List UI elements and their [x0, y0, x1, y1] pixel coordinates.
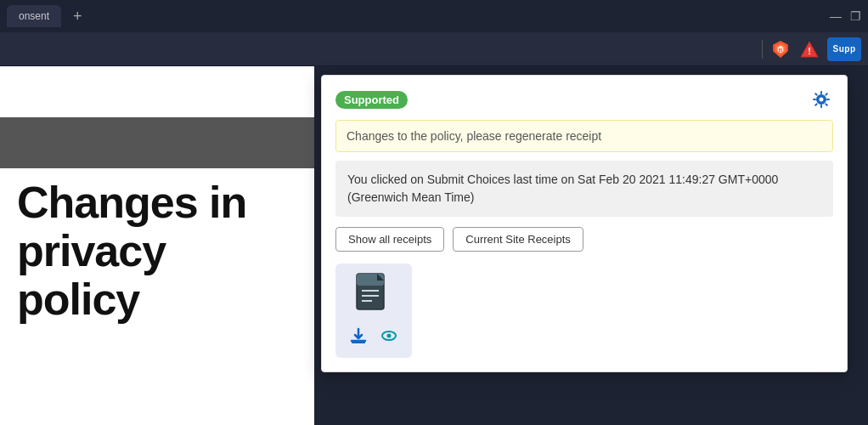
page-heading: Changes inprivacypolicy [17, 178, 246, 325]
tab-label: onsent [19, 10, 49, 22]
notice-box: Changes to the policy, please regenerate… [335, 120, 833, 152]
popup-panel: Supported Changes to the policy, please … [321, 75, 848, 372]
svg-text:B: B [779, 46, 783, 52]
notice-text: Changes to the policy, please regenerate… [347, 129, 601, 143]
support-badge[interactable]: Supp [827, 37, 861, 61]
icon-actions [349, 326, 398, 349]
browser-toolbar: B ! Supp [0, 32, 868, 66]
current-site-receipts-button[interactable]: Current Site Receipts [453, 227, 583, 252]
new-tab-button[interactable]: + [68, 6, 87, 27]
window-controls: — ❐ [830, 9, 861, 23]
browser-tab[interactable]: onsent [7, 5, 61, 27]
eye-icon[interactable] [380, 326, 398, 349]
dark-strip [0, 117, 314, 168]
maximize-button[interactable]: ❐ [850, 9, 861, 23]
receipt-icon-area [335, 264, 412, 358]
info-box: You clicked on Submit Choices last time … [335, 161, 833, 217]
svg-point-6 [819, 97, 825, 103]
download-icon[interactable] [349, 326, 368, 349]
alert-triangle-icon[interactable]: ! [798, 38, 820, 60]
svg-text:!: ! [808, 46, 811, 56]
supported-badge: Supported [335, 91, 408, 109]
gear-icon[interactable] [809, 88, 833, 111]
document-icon [355, 272, 392, 320]
svg-rect-14 [352, 341, 365, 343]
minimize-button[interactable]: — [830, 9, 842, 23]
info-text: You clicked on Submit Choices last time … [347, 173, 778, 204]
svg-point-16 [387, 334, 392, 338]
separator [762, 40, 763, 59]
title-bar: onsent + — ❐ [0, 0, 868, 32]
show-all-receipts-button[interactable]: Show all receipts [335, 227, 444, 252]
brave-shield-icon[interactable]: B [769, 38, 792, 60]
buttons-row: Show all receipts Current Site Receipts [335, 227, 833, 252]
popup-header: Supported [335, 88, 833, 111]
